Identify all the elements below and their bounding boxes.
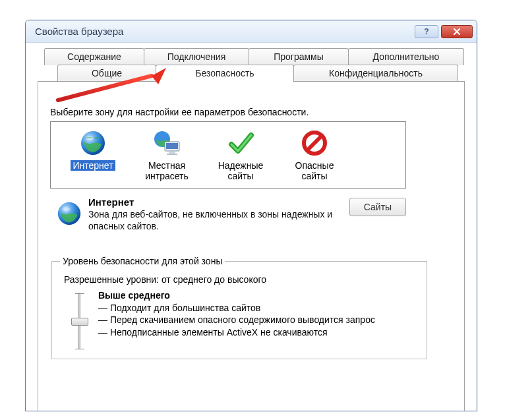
sites-button[interactable]: Сайты xyxy=(349,198,406,216)
svg-rect-4 xyxy=(166,143,178,149)
selected-zone-title: Интернет xyxy=(88,196,340,208)
zone-restricted-label-1: Опасные xyxy=(280,160,349,171)
level-name: Выше среднего xyxy=(98,290,419,301)
tab-content[interactable]: Содержание xyxy=(44,48,144,65)
zone-internet-label: Интернет xyxy=(71,160,115,171)
security-level-slider[interactable] xyxy=(78,293,80,349)
security-tab-panel: Выберите зону для настройки ее параметро… xyxy=(38,81,465,411)
level-bullet-3: — Неподписанные элементы ActiveX не скач… xyxy=(98,326,419,338)
globe-icon xyxy=(56,200,82,227)
zone-internet[interactable]: Интернет xyxy=(56,127,130,184)
zone-trusted-label-2: сайты xyxy=(206,171,275,181)
svg-rect-6 xyxy=(167,154,177,155)
level-bullet-2: — Перед скачиванием опасного содержимого… xyxy=(98,314,419,326)
security-level-legend: Уровень безопасности для этой зоны xyxy=(60,256,225,266)
zone-trusted-label-1: Надежные xyxy=(206,160,275,171)
selected-zone-description: Интернет Зона для веб-сайтов, не включен… xyxy=(50,196,406,232)
intranet-icon xyxy=(152,130,182,156)
tab-connections[interactable]: Подключения xyxy=(144,48,249,65)
help-button[interactable]: ? xyxy=(415,25,438,38)
svg-point-1 xyxy=(86,136,94,141)
tab-privacy[interactable]: Конфиденциальность xyxy=(293,65,458,82)
checkmark-icon xyxy=(227,130,254,156)
tab-programs[interactable]: Программы xyxy=(249,48,349,65)
tab-general[interactable]: Общие xyxy=(57,65,156,82)
internet-options-dialog: Свойства браузера ? Содержание Подключен… xyxy=(25,20,477,411)
svg-point-10 xyxy=(63,207,70,212)
zone-instruction-label: Выберите зону для настройки ее параметро… xyxy=(50,107,452,117)
zone-list: Интернет Местная интрас xyxy=(50,121,406,189)
slider-thumb[interactable] xyxy=(71,318,88,326)
svg-line-8 xyxy=(307,136,322,150)
globe-icon xyxy=(79,129,107,157)
zone-intranet[interactable]: Местная интрасеть xyxy=(130,127,204,184)
tab-advanced[interactable]: Дополнительно xyxy=(348,48,464,65)
selected-zone-text: Зона для веб-сайтов, не включенных в зон… xyxy=(88,209,340,232)
zone-intranet-label-1: Местная xyxy=(133,160,201,171)
tabs-row-lower: Общие Безопасность Конфиденциальность xyxy=(57,65,465,82)
svg-rect-5 xyxy=(169,152,175,154)
close-icon xyxy=(453,28,461,36)
allowed-levels-label: Разрешенные уровни: от среднего до высок… xyxy=(64,274,419,285)
tab-security[interactable]: Безопасность xyxy=(156,65,294,82)
titlebar: Свойства браузера ? xyxy=(26,20,477,43)
tabs-row-upper: Содержание Подключения Программы Дополни… xyxy=(44,48,465,65)
security-level-group: Уровень безопасности для этой зоны Разре… xyxy=(51,256,427,359)
no-entry-icon xyxy=(301,130,328,156)
close-button[interactable] xyxy=(441,25,473,38)
level-bullet-1: — Подходит для большинства сайтов xyxy=(98,302,419,314)
zone-restricted-label-2: сайты xyxy=(280,171,349,181)
zone-intranet-label-2: интрасеть xyxy=(133,171,201,181)
zone-trusted[interactable]: Надежные сайты xyxy=(204,127,278,184)
window-title: Свойства браузера xyxy=(35,26,412,37)
zone-restricted[interactable]: Опасные сайты xyxy=(278,127,351,184)
